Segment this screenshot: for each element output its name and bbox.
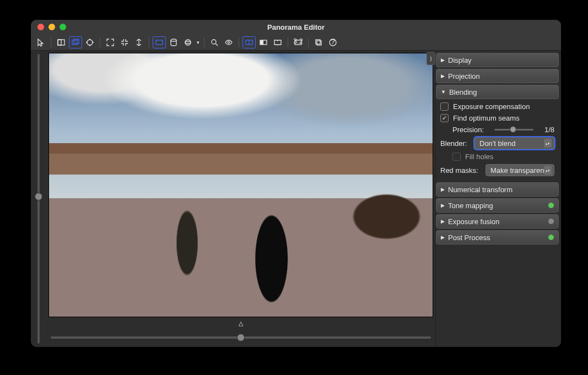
status-dot-icon bbox=[548, 235, 554, 240]
collapse-sidepanel-button[interactable]: ⟩ bbox=[427, 52, 435, 65]
compare-split-button[interactable] bbox=[242, 36, 256, 48]
panorama-canvas[interactable] bbox=[48, 53, 433, 317]
svg-text:?: ? bbox=[331, 38, 335, 46]
blender-select-value: Don't blend bbox=[479, 139, 515, 148]
fill-holes-row: Fill holes bbox=[440, 153, 554, 161]
canvas-wrap: △ bbox=[46, 51, 435, 328]
tone-mapping-section: ▶ Tone mapping bbox=[436, 198, 559, 213]
section-label: Projection bbox=[448, 72, 480, 80]
svg-rect-16 bbox=[316, 40, 320, 44]
svg-point-6 bbox=[171, 39, 176, 41]
find-seams-label: Find optimum seams bbox=[453, 114, 520, 122]
toolbar: ▾ 3:2 ? bbox=[31, 34, 561, 51]
tone-mapping-header[interactable]: ▶ Tone mapping bbox=[436, 198, 559, 213]
blender-select[interactable]: Don't blend ▴▾ bbox=[474, 137, 554, 149]
center-target-button[interactable] bbox=[83, 36, 96, 48]
slider-thumb[interactable] bbox=[35, 193, 42, 200]
fit-expand-button[interactable] bbox=[104, 36, 117, 48]
slider-thumb[interactable] bbox=[510, 126, 516, 133]
horizontal-offset-slider[interactable] bbox=[51, 336, 431, 339]
vertical-slider-strip bbox=[31, 51, 46, 347]
preview-eye-button[interactable] bbox=[222, 36, 235, 48]
precision-label: Precision: bbox=[452, 126, 487, 134]
precision-value: 1/8 bbox=[541, 126, 554, 134]
crop-aspect-button[interactable]: 3:2 bbox=[292, 36, 305, 48]
center-marker-icon: △ bbox=[239, 320, 243, 327]
section-label: Numerical transform bbox=[448, 186, 513, 194]
svg-text:3:2: 3:2 bbox=[294, 38, 303, 45]
toolbar-separator bbox=[239, 37, 239, 47]
projection-cylinder-button[interactable] bbox=[167, 36, 180, 48]
exposure-fusion-header[interactable]: ▶ Exposure fusion bbox=[436, 214, 559, 229]
exposure-compensation-row: Exposure compensation bbox=[440, 102, 554, 111]
exposure-compensation-label: Exposure compensation bbox=[453, 102, 530, 111]
projection-dropdown-button[interactable]: ▾ bbox=[196, 40, 201, 45]
viewer-area: △ bbox=[46, 51, 435, 347]
side-panel: ▶ Display ▶ Projection ▼ Blending bbox=[435, 51, 561, 347]
svg-rect-17 bbox=[317, 41, 321, 45]
svg-rect-3 bbox=[74, 39, 79, 44]
blending-section-body: Exposure compensation Find optimum seams… bbox=[436, 99, 559, 181]
minimize-window-button[interactable] bbox=[48, 24, 55, 30]
precision-slider[interactable] bbox=[494, 129, 533, 131]
red-masks-select-value: Make transparent bbox=[490, 166, 546, 175]
svg-rect-5 bbox=[156, 40, 163, 45]
svg-point-9 bbox=[212, 40, 216, 44]
disclosure-triangle-icon: ▼ bbox=[441, 89, 446, 95]
find-seams-row: Find optimum seams bbox=[440, 114, 554, 122]
svg-rect-13 bbox=[260, 40, 263, 45]
disclosure-triangle-icon: ▶ bbox=[441, 235, 445, 240]
post-process-section: ▶ Post Process bbox=[436, 230, 559, 244]
exposure-fusion-section: ▶ Exposure fusion bbox=[436, 214, 559, 229]
find-seams-checkbox[interactable] bbox=[440, 114, 449, 122]
svg-rect-2 bbox=[72, 40, 77, 45]
blending-section: ▼ Blending Exposure compensation Find op… bbox=[436, 85, 559, 181]
blender-label: Blender: bbox=[440, 139, 470, 148]
slider-thumb[interactable] bbox=[237, 334, 245, 341]
svg-point-7 bbox=[185, 40, 191, 45]
zoom-window-button[interactable] bbox=[60, 24, 66, 30]
toolbar-separator bbox=[308, 37, 309, 47]
projection-section-header[interactable]: ▶ Projection bbox=[436, 69, 559, 83]
fit-vertical-button[interactable] bbox=[132, 36, 145, 48]
close-window-button[interactable] bbox=[37, 24, 44, 30]
fill-holes-label: Fill holes bbox=[465, 153, 493, 161]
red-masks-label: Red masks: bbox=[440, 166, 481, 175]
projection-rect-button[interactable] bbox=[153, 36, 166, 48]
layout-single-button[interactable] bbox=[55, 36, 68, 48]
select-stepper-icon: ▴▾ bbox=[544, 139, 552, 148]
toolbar-separator bbox=[51, 37, 51, 47]
section-label: Tone mapping bbox=[448, 202, 493, 210]
compare-half-button[interactable] bbox=[257, 36, 270, 48]
window-body: △ ⟩ ▶ Display ▶ Projection bbox=[31, 51, 561, 347]
help-button[interactable]: ? bbox=[326, 36, 339, 48]
red-masks-select[interactable]: Make transparent ▴▾ bbox=[485, 164, 554, 176]
display-section-header[interactable]: ▶ Display bbox=[436, 53, 559, 67]
fill-holes-checkbox bbox=[452, 153, 461, 161]
vertical-offset-slider[interactable] bbox=[37, 54, 40, 344]
disclosure-triangle-icon: ▶ bbox=[441, 219, 445, 224]
layout-overlap-button[interactable] bbox=[69, 36, 82, 48]
svg-point-8 bbox=[185, 41, 191, 44]
section-label: Display bbox=[448, 56, 472, 64]
export-button[interactable] bbox=[312, 36, 325, 48]
display-section: ▶ Display bbox=[436, 53, 559, 67]
blending-section-header[interactable]: ▼ Blending bbox=[436, 85, 559, 99]
post-process-header[interactable]: ▶ Post Process bbox=[436, 230, 559, 244]
traffic-lights bbox=[31, 24, 66, 30]
precision-row: Precision: 1/8 bbox=[440, 126, 554, 134]
section-label: Post Process bbox=[448, 233, 490, 242]
numerical-transform-header[interactable]: ▶ Numerical transform bbox=[436, 182, 559, 197]
section-label: Exposure fusion bbox=[448, 218, 499, 226]
fit-shrink-button[interactable] bbox=[118, 36, 131, 48]
zoom-tool-button[interactable] bbox=[208, 36, 221, 48]
disclosure-triangle-icon: ▶ bbox=[441, 203, 445, 208]
svg-point-4 bbox=[87, 40, 93, 45]
compare-book-button[interactable] bbox=[271, 36, 284, 48]
projection-sphere-button[interactable] bbox=[181, 36, 195, 48]
blender-row: Blender: Don't blend ▴▾ bbox=[440, 137, 554, 149]
exposure-compensation-checkbox[interactable] bbox=[440, 102, 449, 111]
disclosure-triangle-icon: ▶ bbox=[441, 57, 445, 63]
disclosure-triangle-icon: ▶ bbox=[441, 187, 445, 192]
pointer-tool-button[interactable] bbox=[34, 36, 47, 48]
